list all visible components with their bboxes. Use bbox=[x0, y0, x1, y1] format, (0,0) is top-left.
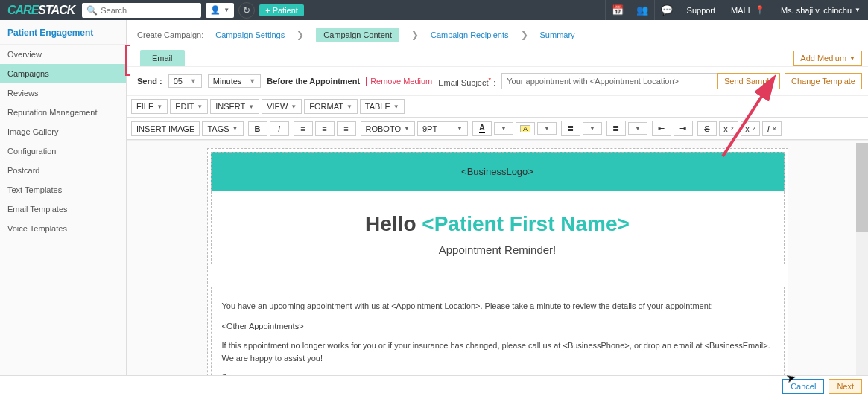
template-paragraph: You have an upcoming appointment with us… bbox=[222, 300, 773, 313]
chevron-down-icon: ▼ bbox=[849, 55, 855, 62]
sidebar-item-campaigns[interactable]: Campaigns bbox=[0, 64, 126, 83]
menu-file[interactable]: FILE▼ bbox=[131, 99, 168, 114]
sidebar-item-gallery[interactable]: Image Gallery bbox=[0, 122, 126, 141]
content: Create Campaign: Campaign Settings ❯ Cam… bbox=[127, 20, 868, 396]
font-size-select[interactable]: 9PT▼ bbox=[417, 121, 468, 136]
bullet-list-button[interactable]: ≣ bbox=[561, 121, 580, 136]
clear-format-button[interactable]: I× bbox=[762, 121, 782, 136]
person-dropdown[interactable]: 👤▼ bbox=[206, 3, 234, 18]
editor-toolbar-format: INSERT IMAGE TAGS▼ B I ≡ ≡ ≡ ROBOTO▼ 9PT… bbox=[127, 118, 868, 140]
chevron-down-icon: ▼ bbox=[249, 77, 256, 85]
chevron-down-icon: ▼ bbox=[190, 77, 197, 85]
chevron-right-icon: ❯ bbox=[297, 30, 304, 40]
sidebar-item-configuration[interactable]: Configuration bbox=[0, 141, 126, 161]
send-value-select[interactable]: 05▼ bbox=[168, 74, 202, 88]
tags-dropdown[interactable]: TAGS▼ bbox=[202, 121, 243, 136]
subject-label: Email Subject* : bbox=[438, 76, 495, 87]
chevron-right-icon: ❯ bbox=[521, 30, 528, 40]
superscript-button[interactable]: x2 bbox=[719, 121, 738, 136]
mall-link[interactable]: MALL 📍 bbox=[723, 0, 773, 20]
before-label: Before the Appointment bbox=[267, 77, 360, 86]
scrollbar-thumb[interactable] bbox=[856, 143, 868, 232]
breadcrumb-label: Create Campaign: bbox=[137, 31, 203, 39]
sidebar: Patient Engagement Overview Campaigns Re… bbox=[0, 20, 127, 396]
change-template-button[interactable]: Change Template bbox=[785, 73, 862, 89]
template-paragraph: <Other Appointments> bbox=[222, 320, 773, 333]
location-icon: 📍 bbox=[755, 5, 765, 15]
bc-step-summary[interactable]: Summary bbox=[540, 31, 575, 39]
chevron-down-icon[interactable]: ▼ bbox=[583, 122, 602, 135]
numbered-list-button[interactable]: ≣ bbox=[606, 121, 626, 136]
indent-button[interactable]: ⇥ bbox=[674, 121, 693, 136]
search-icon: 🔍 bbox=[86, 5, 98, 16]
people-icon[interactable]: 👥 bbox=[630, 0, 654, 20]
add-medium-button[interactable]: Add Medium▼ bbox=[793, 51, 862, 66]
menu-table[interactable]: TABLE▼ bbox=[360, 99, 405, 114]
template-greeting-block[interactable]: Hello <Patient First Name> Appointment R… bbox=[211, 191, 785, 264]
template-subtitle: Appointment Reminder! bbox=[219, 243, 776, 256]
outdent-button[interactable]: ⇤ bbox=[652, 121, 671, 136]
send-unit-select[interactable]: Minutes▼ bbox=[208, 74, 261, 88]
chevron-down-icon[interactable]: ▼ bbox=[494, 122, 513, 135]
chat-icon[interactable]: 💬 bbox=[654, 0, 679, 20]
sidebar-item-text-templates[interactable]: Text Templates bbox=[0, 180, 126, 199]
bc-step-recipients[interactable]: Campaign Recipients bbox=[431, 31, 509, 39]
chevron-down-icon[interactable]: ▼ bbox=[628, 122, 647, 135]
align-right-button[interactable]: ≡ bbox=[337, 121, 356, 136]
template-paragraph: If this appointment no longer works for … bbox=[222, 339, 773, 364]
text-color-button[interactable]: A bbox=[472, 121, 492, 136]
sidebar-item-email-templates[interactable]: Email Templates bbox=[0, 199, 126, 219]
remove-medium-link[interactable]: Remove Medium bbox=[366, 77, 432, 86]
menu-insert[interactable]: INSERT▼ bbox=[210, 99, 259, 114]
app-logo: CARESTACK bbox=[0, 4, 82, 17]
send-label: Send : bbox=[137, 77, 162, 86]
top-bar: CARESTACK 🔍 👤▼ ↻ + Patient 📅 👥 💬 Support… bbox=[0, 0, 868, 20]
medium-tabs: Email Add Medium▼ bbox=[127, 50, 868, 67]
editor-toolbar-menus: FILE▼ EDIT▼ INSERT▼ VIEW▼ FORMAT▼ TABLE▼ bbox=[127, 96, 868, 118]
person-icon: 👤 bbox=[210, 5, 221, 15]
bc-step-settings[interactable]: Campaign Settings bbox=[215, 31, 285, 39]
bc-step-content[interactable]: Campaign Content bbox=[316, 28, 399, 42]
align-center-button[interactable]: ≡ bbox=[315, 121, 335, 136]
search-input[interactable] bbox=[101, 6, 197, 15]
insert-image-button[interactable]: INSERT IMAGE bbox=[131, 121, 200, 136]
add-patient-button[interactable]: + Patient bbox=[259, 4, 304, 16]
sidebar-item-postcard[interactable]: Postcard bbox=[0, 161, 126, 180]
subscript-button[interactable]: x2 bbox=[741, 121, 760, 136]
scrollbar[interactable] bbox=[856, 143, 868, 377]
breadcrumb: Create Campaign: Campaign Settings ❯ Cam… bbox=[127, 20, 868, 50]
calendar-icon[interactable]: 📅 bbox=[605, 0, 630, 20]
chevron-down-icon[interactable]: ▼ bbox=[537, 122, 557, 135]
sidebar-item-voice-templates[interactable]: Voice Templates bbox=[0, 219, 126, 238]
support-link[interactable]: Support bbox=[679, 0, 723, 20]
next-button[interactable]: Next bbox=[829, 379, 862, 394]
strikethrough-button[interactable]: S bbox=[697, 121, 717, 136]
template-logo-block[interactable]: <BusinessLogo> bbox=[211, 152, 785, 191]
sidebar-item-reviews[interactable]: Reviews bbox=[0, 83, 126, 103]
editor-canvas[interactable]: <BusinessLogo> Hello <Patient First Name… bbox=[127, 140, 868, 396]
menu-format[interactable]: FORMAT▼ bbox=[304, 99, 358, 114]
align-left-button[interactable]: ≡ bbox=[294, 121, 313, 136]
menu-view[interactable]: VIEW▼ bbox=[262, 99, 302, 114]
sidebar-item-reputation[interactable]: Reputation Management bbox=[0, 103, 126, 122]
menu-edit[interactable]: EDIT▼ bbox=[170, 99, 208, 114]
global-search[interactable]: 🔍 bbox=[82, 3, 201, 18]
recent-icon[interactable]: ↻ bbox=[238, 2, 255, 19]
bold-button[interactable]: B bbox=[248, 121, 267, 136]
italic-button[interactable]: I bbox=[270, 121, 289, 136]
bg-color-button[interactable]: A bbox=[516, 122, 535, 135]
font-family-select[interactable]: ROBOTO▼ bbox=[361, 121, 415, 136]
sidebar-item-overview[interactable]: Overview bbox=[0, 45, 126, 64]
send-sample-button[interactable]: Send Sample bbox=[717, 73, 780, 89]
annotation-bracket bbox=[125, 45, 130, 76]
sidebar-title: Patient Engagement bbox=[0, 20, 126, 45]
tab-email[interactable]: Email bbox=[140, 50, 185, 66]
wizard-footer: Cancel Next bbox=[0, 375, 868, 396]
send-config-row: Send : 05▼ Minutes▼ Before the Appointme… bbox=[127, 67, 868, 96]
user-menu[interactable]: Ms. shaji v, chinchu▼ bbox=[773, 0, 868, 20]
chevron-right-icon: ❯ bbox=[411, 30, 419, 40]
